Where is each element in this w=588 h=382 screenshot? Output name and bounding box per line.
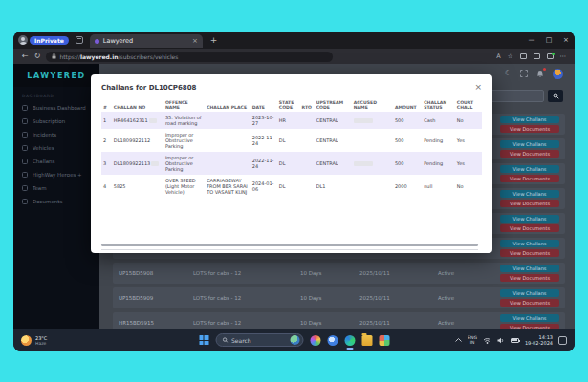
favorites-star-icon[interactable]: ☆ [508, 53, 513, 60]
minimize-button[interactable]: — [523, 32, 540, 49]
challan-cell: 2022-11-24 [250, 152, 277, 175]
redacted-value [149, 118, 157, 123]
read-aloud-icon[interactable]: A [496, 53, 500, 60]
notifications-bell-icon[interactable] [536, 70, 544, 78]
sidebar-item-business-dashboard[interactable]: Business Dashboard [13, 101, 99, 115]
sidebar-item-subscription[interactable]: Subscription [13, 115, 99, 128]
search-button[interactable] [548, 90, 563, 102]
inprivate-label: InPrivate [30, 36, 69, 45]
battery-icon[interactable] [511, 338, 519, 343]
user-avatar[interactable] [553, 69, 563, 79]
view-challans-button[interactable]: View Challans [500, 190, 559, 198]
view-documents-button[interactable]: View Documents [500, 274, 559, 282]
notification-badge [543, 68, 547, 72]
challan-cell: No [455, 112, 482, 129]
challan-col-header: STATE CODE [277, 98, 300, 112]
challan-cell: CARRIAGEWAY FROM BER SARAI TO VASANT KUN… [205, 175, 250, 198]
view-challans-button[interactable]: View Challans [500, 165, 559, 173]
taskbar-search-box[interactable]: Search [215, 333, 303, 347]
challan-col-header: COURT CHALL [455, 98, 482, 112]
browser-essentials-icon[interactable] [547, 53, 554, 59]
collections-icon[interactable] [520, 53, 527, 59]
challan-cell [352, 129, 393, 152]
sidebar-item-icon [22, 132, 28, 138]
view-documents-button[interactable]: View Documents [500, 299, 559, 307]
url-bar[interactable]: https://lawyered.in/subscribers/vehicles [46, 52, 333, 62]
sidebar-item-icon [22, 118, 28, 124]
browser-tab[interactable]: Lawyered × [90, 34, 203, 48]
sidebar-item-incidents[interactable]: Incidents [13, 128, 99, 141]
close-button[interactable]: × [557, 32, 575, 49]
profile-avatar-icon [18, 35, 28, 45]
view-documents-button[interactable]: View Documents [500, 125, 559, 133]
view-documents-button[interactable]: View Documents [500, 150, 559, 158]
redacted-value [354, 161, 373, 166]
challan-cell [205, 112, 250, 129]
reload-icon[interactable]: ↻ [34, 53, 41, 60]
challan-cell: DL1809922112 [112, 129, 163, 152]
view-challans-button[interactable]: View Challans [500, 265, 559, 272]
vehicle-expiry-date: 2025/10/11 [359, 320, 438, 326]
taskbar-clock[interactable]: 14:13 19-02-2024 [525, 334, 553, 347]
sidebar-item-icon [22, 199, 28, 204]
view-documents-button[interactable]: View Documents [500, 224, 559, 232]
tab-close-icon[interactable]: × [192, 37, 198, 45]
challan-cell: 2000 [393, 175, 422, 198]
taskbar-app-icon-2[interactable] [379, 335, 389, 346]
challan-cell: 1 [101, 112, 112, 129]
challan-cell [205, 152, 250, 175]
view-documents-button[interactable]: View Documents [500, 175, 559, 182]
view-challans-button[interactable]: View Challans [500, 140, 559, 148]
challan-col-header: AMOUNT [393, 98, 422, 112]
inprivate-badge[interactable]: InPrivate [18, 35, 69, 45]
sidebar-item-documents[interactable]: Documents [13, 195, 99, 208]
view-documents-button[interactable]: View Documents [500, 200, 559, 207]
modal-horizontal-scrollbar[interactable] [101, 244, 478, 246]
file-explorer-icon[interactable] [361, 335, 372, 346]
view-challans-button[interactable]: View Challans [500, 215, 559, 223]
notification-center-icon[interactable] [558, 336, 567, 345]
challan-col-header: CHALLAN STATUS [422, 98, 455, 112]
sidebar-item-label: Challans [33, 159, 54, 164]
view-challans-button[interactable]: View Challans [500, 289, 559, 297]
sidebar-item-label: Team [33, 185, 47, 191]
vehicle-actions: View ChallansView Documents [500, 190, 559, 207]
maximize-button[interactable]: □ [540, 32, 557, 49]
tab-search-icon[interactable] [76, 36, 83, 44]
copilot-icon[interactable] [327, 335, 338, 346]
view-challans-button[interactable]: View Challans [500, 240, 559, 247]
sidebar-item-label: Business Dashboard [33, 105, 86, 111]
language-indicator[interactable]: ENG IN [468, 335, 477, 346]
hidden-icons-chevron[interactable] [455, 338, 462, 342]
challan-col-header: CHALLAN NO [112, 98, 163, 112]
taskbar-app-icon-1[interactable] [310, 335, 320, 346]
split-screen-icon[interactable] [534, 53, 540, 59]
wifi-icon[interactable] [483, 337, 491, 344]
view-documents-button[interactable]: View Documents [500, 249, 559, 257]
windows-taskbar: 23°C Haze Search ENG IN [13, 329, 575, 351]
new-tab-button[interactable]: + [210, 35, 218, 45]
challan-cell: CENTRAL [315, 129, 352, 152]
sidebar-item-vehicles[interactable]: Vehicles [13, 141, 99, 155]
browser-tab-bar: InPrivate Lawyered × + — □ × [13, 32, 575, 49]
taskbar-center: Search [199, 333, 389, 347]
volume-icon[interactable] [497, 337, 505, 344]
start-button-icon[interactable] [199, 335, 208, 345]
settings-menu-icon[interactable]: ⋯ [560, 53, 567, 60]
view-challans-button[interactable]: View Challans [500, 314, 559, 322]
challan-cell: 500 [393, 112, 422, 129]
challan-cell: 5825 [112, 175, 163, 198]
modal-close-icon[interactable]: × [474, 83, 482, 92]
back-icon[interactable]: ← [22, 53, 29, 60]
desktop-screenshot: InPrivate Lawyered × + — □ × ← ↻ https:/… [13, 32, 575, 351]
dark-mode-moon-icon[interactable]: ☾ [505, 70, 512, 77]
fullscreen-icon[interactable] [520, 70, 528, 77]
challan-cell: 2024-01-06 [250, 175, 277, 198]
edge-browser-icon[interactable] [344, 335, 355, 346]
vehicle-expiry-date: 2025/10/11 [359, 270, 438, 276]
sidebar-item-highway-heroes[interactable]: HighWay Heroes + [13, 168, 99, 181]
view-challans-button[interactable]: View Challans [500, 116, 559, 123]
taskbar-weather-widget[interactable]: 23°C Haze [21, 335, 47, 346]
sidebar-item-team[interactable]: Team [13, 181, 99, 195]
sidebar-item-challans[interactable]: Challans [13, 155, 99, 168]
